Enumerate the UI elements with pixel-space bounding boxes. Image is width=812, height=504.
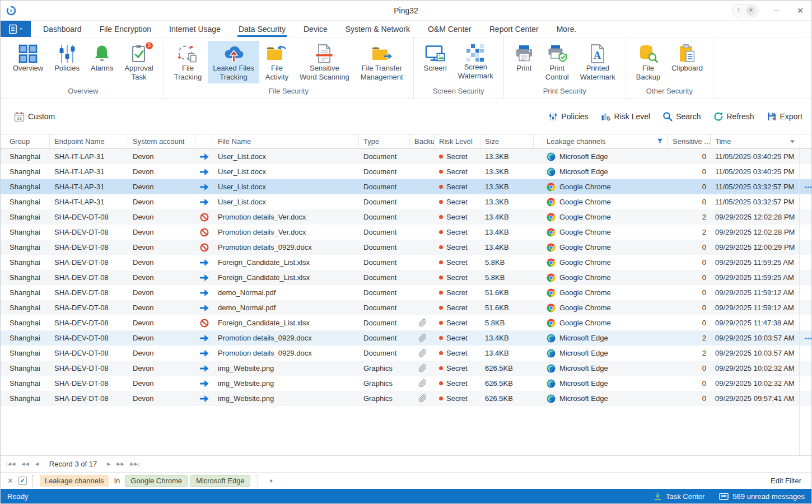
table-row[interactable]: ShanghaiSHA-DEV-DT-08Devonimg_Website.pn… [1, 376, 811, 391]
ribbon-item-approval-task[interactable]: 3ApprovalTask [119, 41, 158, 83]
ribbon-item-screen-watermark[interactable]: ScreenWatermark [453, 41, 498, 82]
column-header-group[interactable]: Group [1, 134, 50, 148]
remove-filter-icon[interactable]: ✕ [7, 477, 13, 485]
app-menu-button[interactable] [1, 21, 31, 37]
ribbon-item-policies[interactable]: Policies [49, 41, 85, 74]
ribbon-item-alarms[interactable]: Alarms [86, 41, 118, 74]
column-header-risk[interactable]: Risk Level [435, 134, 480, 148]
menu-item-file-encryption[interactable]: File Encryption [91, 21, 161, 37]
filter-operator[interactable]: In [114, 477, 120, 485]
column-header-time[interactable]: Time [711, 134, 800, 148]
ribbon-item-clipboard[interactable]: Clipboard [666, 41, 708, 74]
menu-item-o-m-center[interactable]: O&M Center [419, 21, 480, 37]
fast-prev-button[interactable]: ◀◀ [21, 461, 29, 466]
status-bar: Ready Task Center 569 unread messages [1, 489, 811, 503]
google-chrome-icon [547, 273, 556, 282]
menu-item-device[interactable]: Device [295, 21, 337, 37]
table-body: ShanghaiSHA-IT-LAP-31DevonUser_List.docx… [1, 149, 811, 455]
row-more-button[interactable]: ••• [805, 184, 811, 190]
cell-sensitive: 0 [668, 319, 711, 327]
ribbon-item-print-control[interactable]: PrintControl [540, 41, 574, 83]
cell-channel: Microsoft Edge [542, 394, 668, 403]
cell-channel: Google Chrome [542, 319, 668, 328]
filter-enabled-checkbox[interactable]: ✓ [18, 477, 27, 485]
column-header-account[interactable]: System account [128, 134, 195, 148]
filter-dropdown-icon[interactable]: ▼ [269, 478, 274, 484]
edit-filter-button[interactable]: Edit Filter [771, 477, 805, 485]
menu-item-report-center[interactable]: Report Center [480, 21, 548, 37]
column-header-endpoint[interactable]: Endpoint Name [50, 134, 128, 148]
menu-item-more[interactable]: More. [548, 21, 586, 37]
task-center-button[interactable]: Task Center [654, 492, 704, 501]
next-page-button[interactable]: ▶ [107, 461, 111, 466]
column-header-sensitive[interactable]: Sensitive ... [668, 134, 711, 148]
ribbon-item-leaked-files-tracking[interactable]: Leaked FilesTracking [208, 41, 259, 83]
cell-time: 09/29/2025 10:03:57 AM [711, 349, 800, 357]
export-button[interactable]: Export [767, 111, 802, 122]
unread-messages-button[interactable]: 569 unread messages [719, 492, 805, 501]
table-row[interactable]: ShanghaiSHA-DEV-DT-08Devondemo_Normal.pd… [1, 285, 811, 300]
table-row[interactable]: ShanghaiSHA-DEV-DT-08DevonForeign_Candid… [1, 270, 811, 285]
first-page-button[interactable]: |◀◀ [6, 461, 16, 466]
menu-item-data-security[interactable]: Data Security [230, 21, 295, 37]
table-row[interactable]: ShanghaiSHA-DEV-DT-08DevonForeign_Candid… [1, 315, 811, 330]
cell-account: Devon [128, 304, 195, 312]
table-row[interactable]: ShanghaiSHA-DEV-DT-08DevonPromotion deta… [1, 346, 811, 361]
column-header-size[interactable]: Size [480, 134, 534, 148]
cell-risk: Secret [435, 243, 480, 251]
column-header-type[interactable]: Type [359, 134, 410, 148]
column-header-channel[interactable]: Leakage channels [542, 134, 668, 148]
table-row[interactable]: ShanghaiSHA-DEV-DT-08DevonPromotion deta… [1, 225, 811, 240]
ribbon-item-screen[interactable]: Screen [419, 41, 452, 74]
ribbon-item-overview[interactable]: Overview [8, 41, 48, 74]
search-button[interactable]: Search [662, 111, 701, 122]
table-row[interactable]: ShanghaiSHA-DEV-DT-08DevonPromotion deta… [1, 240, 811, 255]
policies-button[interactable]: Policies [548, 112, 588, 122]
last-page-button[interactable]: ▶▶| [130, 461, 140, 466]
prev-page-button[interactable]: ◀ [35, 461, 39, 466]
column-header-file[interactable]: File Name [213, 134, 359, 148]
cell-channel: Microsoft Edge [542, 379, 668, 388]
column-header-backup[interactable]: Backup [410, 134, 435, 148]
moon-icon[interactable]: ☾ [735, 6, 745, 16]
row-more-button[interactable]: ••• [805, 335, 811, 342]
table-row[interactable]: ShanghaiSHA-IT-LAP-31DevonUser_List.docx… [1, 164, 811, 179]
table-row[interactable]: ShanghaiSHA-IT-LAP-31DevonUser_List.docx… [1, 194, 811, 209]
filter-field-chip[interactable]: Leakage channels [40, 475, 109, 487]
tool-btn-label: Risk Level [614, 112, 651, 121]
table-row[interactable]: ShanghaiSHA-DEV-DT-08Devondemo_Normal.pd… [1, 300, 811, 315]
filter-value-chip-google-chrome[interactable]: Google Chrome [125, 475, 188, 487]
ribbon-item-file-activity[interactable]: FileActivity [260, 41, 293, 83]
minimize-button[interactable]: ─ [771, 6, 782, 15]
risk-icon [601, 111, 611, 122]
table-row[interactable]: ShanghaiSHA-DEV-DT-08Devonimg_Website.pn… [1, 361, 811, 376]
cell-account: Devon [128, 273, 195, 282]
table-row[interactable]: ShanghaiSHA-DEV-DT-08DevonPromotion deta… [1, 209, 811, 225]
fast-next-button[interactable]: ▶▶ [116, 461, 124, 466]
table-row[interactable]: ShanghaiSHA-IT-LAP-31DevonUser_List.docx… [1, 149, 811, 164]
table-row[interactable]: ShanghaiSHA-DEV-DT-08DevonForeign_Candid… [1, 255, 811, 270]
close-button[interactable]: ✕ [795, 6, 806, 15]
table-row[interactable]: ShanghaiSHA-DEV-DT-08Devonimg_Website.pn… [1, 391, 811, 406]
menu-item-system-network[interactable]: System & Network [337, 21, 419, 37]
sun-icon[interactable]: ☀ [746, 6, 756, 16]
ribbon-item-sensitive-word-scanning[interactable]: SensitiveWord Scanning [295, 41, 354, 83]
custom-button[interactable]: 23Custom [14, 111, 55, 122]
filter-value-chip-microsoft-edge[interactable]: Microsoft Edge [190, 475, 250, 487]
cell-risk: Secret [435, 213, 480, 221]
cell-group: Shanghai [1, 349, 50, 357]
menu-item-dashboard[interactable]: Dashboard [34, 21, 91, 37]
ribbon-item-file-tracking[interactable]: FileTracking [169, 41, 207, 83]
menu-item-internet-usage[interactable]: Internet Usage [160, 21, 230, 37]
cell-type: Document [359, 183, 410, 191]
ribbon-item-print[interactable]: Print [509, 41, 539, 74]
ribbon-item-file-backup[interactable]: FileBackup [631, 41, 665, 83]
table-row[interactable]: ShanghaiSHA-IT-LAP-31DevonUser_List.docx… [1, 179, 811, 194]
refresh-button[interactable]: Refresh [713, 111, 754, 122]
ribbon-item-printed-watermark[interactable]: APrintedWatermark [575, 41, 620, 83]
risk-level-button[interactable]: Risk Level [601, 111, 651, 122]
theme-toggle[interactable]: ☾ ☀ [732, 4, 759, 17]
risk-level-dot [439, 351, 443, 355]
ribbon-item-file-transfer-management[interactable]: File TransferManagement [356, 41, 408, 83]
table-row[interactable]: ShanghaiSHA-DEV-DT-08DevonPromotion deta… [1, 330, 811, 346]
